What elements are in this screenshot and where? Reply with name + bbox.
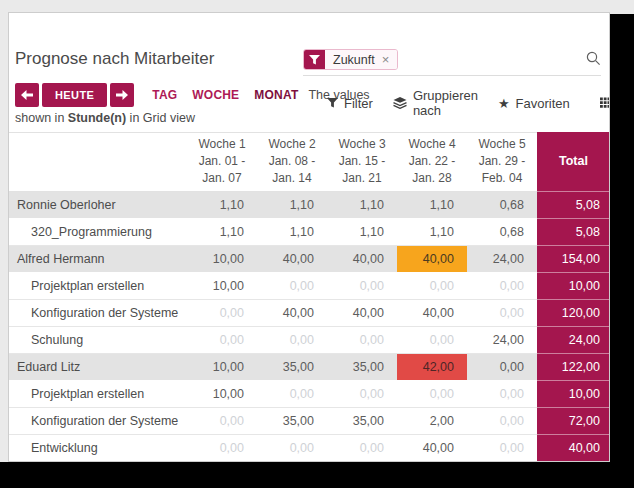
grid-cell[interactable]: 24,00	[467, 327, 537, 354]
grid-cell[interactable]: 2,00	[397, 408, 467, 435]
facet-remove-button[interactable]: ×	[382, 53, 390, 66]
grid-cell[interactable]: 0,00	[327, 381, 397, 408]
grid-cell[interactable]: 24,00	[467, 246, 537, 273]
employee-name[interactable]: Alfred Hermann	[9, 246, 187, 273]
grid-cell[interactable]: 0,00	[187, 327, 257, 354]
control-row: HEUTE TAG WOCHE MONAT The values shown i…	[15, 83, 601, 125]
filter-funnel-icon	[304, 50, 325, 69]
row-total: 122,00	[537, 354, 610, 381]
grid-cell[interactable]: 0,00	[467, 381, 537, 408]
search-input[interactable]: Zukunft ×	[303, 49, 601, 76]
grid-cell[interactable]: 0,00	[257, 435, 327, 462]
range-week-button[interactable]: WOCHE	[192, 88, 239, 102]
column-header-week5: Woche 5Jan. 29 -Feb. 04	[467, 133, 537, 192]
grid-cell[interactable]: 1,10	[397, 219, 467, 246]
layers-icon	[393, 97, 407, 109]
grid-cell[interactable]: 35,00	[257, 354, 327, 381]
row-total: 120,00	[537, 300, 610, 327]
row-total: 5,08	[537, 219, 610, 246]
grid-cell[interactable]: 35,00	[327, 354, 397, 381]
grid-cell[interactable]: 0,68	[467, 219, 537, 246]
grid-cell[interactable]: 0,00	[397, 273, 467, 300]
column-header-week3: Woche 3Jan. 15 -Jan. 21	[327, 133, 397, 192]
grid-cell[interactable]: 0,00	[467, 300, 537, 327]
grid-cell[interactable]: 10,00	[187, 381, 257, 408]
task-name[interactable]: Projektplan erstellen	[9, 273, 187, 300]
view-switcher	[600, 97, 610, 109]
highlighted-grid-cell[interactable]: 42,00	[397, 354, 467, 381]
grid-cell[interactable]: 0,00	[397, 381, 467, 408]
grid-cell[interactable]: 1,10	[397, 192, 467, 219]
grid-cell[interactable]: 0,00	[467, 408, 537, 435]
grid-cell[interactable]: 1,10	[327, 192, 397, 219]
grid-cell[interactable]: 1,10	[187, 192, 257, 219]
grid-cell[interactable]: 1,10	[257, 219, 327, 246]
grid-cell[interactable]: 1,10	[257, 192, 327, 219]
range-day-button[interactable]: TAG	[152, 88, 177, 102]
grid-cell[interactable]: 35,00	[327, 408, 397, 435]
employee-name[interactable]: Ronnie Oberloher	[9, 192, 187, 219]
range-month-button[interactable]: MONAT	[254, 88, 298, 102]
grid-cell[interactable]: 0,00	[257, 381, 327, 408]
grid-cell[interactable]: 40,00	[327, 300, 397, 327]
search-facet: Zukunft ×	[303, 49, 398, 70]
filter-button[interactable]: Filter	[327, 96, 373, 111]
grid-cell[interactable]: 0,00	[187, 435, 257, 462]
row-total: 154,00	[537, 246, 610, 273]
magnifier-icon[interactable]	[586, 51, 601, 66]
column-header-week1: Woche 1Jan. 01 -Jan. 07	[187, 133, 257, 192]
grid-cell[interactable]: 0,00	[327, 435, 397, 462]
task-name[interactable]: 320_Programmierung	[9, 219, 187, 246]
search-options: Filter Gruppieren nach ★ Favoriten	[327, 83, 610, 118]
filter-label: Filter	[344, 96, 373, 111]
grid-cell[interactable]: 0,00	[187, 300, 257, 327]
grid-cell[interactable]: 40,00	[327, 246, 397, 273]
grid-cell[interactable]: 0,00	[467, 354, 537, 381]
next-button[interactable]	[110, 83, 134, 107]
grid-view-icon[interactable]	[600, 97, 610, 109]
task-row: 320_Programmierung1,101,101,101,100,685,…	[9, 219, 610, 246]
grid-cell[interactable]: 40,00	[397, 435, 467, 462]
groupby-label: Gruppieren nach	[413, 88, 478, 118]
highlighted-grid-cell[interactable]: 40,00	[397, 246, 467, 273]
grid-cell[interactable]: 0,00	[327, 327, 397, 354]
grid-cell[interactable]: 0,00	[257, 327, 327, 354]
filter-funnel-icon	[327, 98, 338, 108]
today-button[interactable]: HEUTE	[42, 83, 107, 107]
row-total: 5,08	[537, 192, 610, 219]
task-name[interactable]: Schulung	[9, 327, 187, 354]
prev-button[interactable]	[15, 83, 39, 107]
grid-cell[interactable]: 40,00	[397, 300, 467, 327]
grid-cell[interactable]: 40,00	[257, 246, 327, 273]
grid-cell[interactable]: 10,00	[187, 273, 257, 300]
forecast-grid: Woche 1Jan. 01 -Jan. 07 Woche 2Jan. 08 -…	[9, 132, 610, 462]
task-name[interactable]: Entwicklung	[9, 435, 187, 462]
grid-body: Ronnie Oberloher1,101,101,101,100,685,08…	[9, 192, 610, 462]
grid-cell[interactable]: 0,00	[187, 408, 257, 435]
favorites-button[interactable]: ★ Favoriten	[498, 96, 570, 111]
grid-cell[interactable]: 0,00	[467, 273, 537, 300]
row-total: 24,00	[537, 327, 610, 354]
grid-info-text-line2: shown in Stunde(n) in Grid view	[15, 111, 327, 125]
groupby-button[interactable]: Gruppieren nach	[393, 88, 478, 118]
grid-cell[interactable]: 10,00	[187, 354, 257, 381]
grid-cell[interactable]: 35,00	[257, 408, 327, 435]
row-total: 40,00	[537, 435, 610, 462]
grid-cell[interactable]: 0,00	[467, 435, 537, 462]
pager: HEUTE TAG WOCHE MONAT The values shown i…	[15, 83, 327, 125]
task-name[interactable]: Projektplan erstellen	[9, 381, 187, 408]
task-name[interactable]: Konfiguration der Systeme	[9, 300, 187, 327]
star-icon: ★	[498, 96, 510, 111]
grid-cell[interactable]: 0,00	[257, 273, 327, 300]
grid-cell[interactable]: 0,68	[467, 192, 537, 219]
grid-cell[interactable]: 1,10	[327, 219, 397, 246]
grid-cell[interactable]: 0,00	[397, 327, 467, 354]
grid-cell[interactable]: 10,00	[187, 246, 257, 273]
column-header-week4: Woche 4Jan. 22 -Jan. 28	[397, 133, 467, 192]
grid-cell[interactable]: 0,00	[327, 273, 397, 300]
task-row: Projektplan erstellen10,000,000,000,000,…	[9, 273, 610, 300]
task-name[interactable]: Konfiguration der Systeme	[9, 408, 187, 435]
grid-cell[interactable]: 40,00	[257, 300, 327, 327]
grid-cell[interactable]: 1,10	[187, 219, 257, 246]
employee-name[interactable]: Eduard Litz	[9, 354, 187, 381]
